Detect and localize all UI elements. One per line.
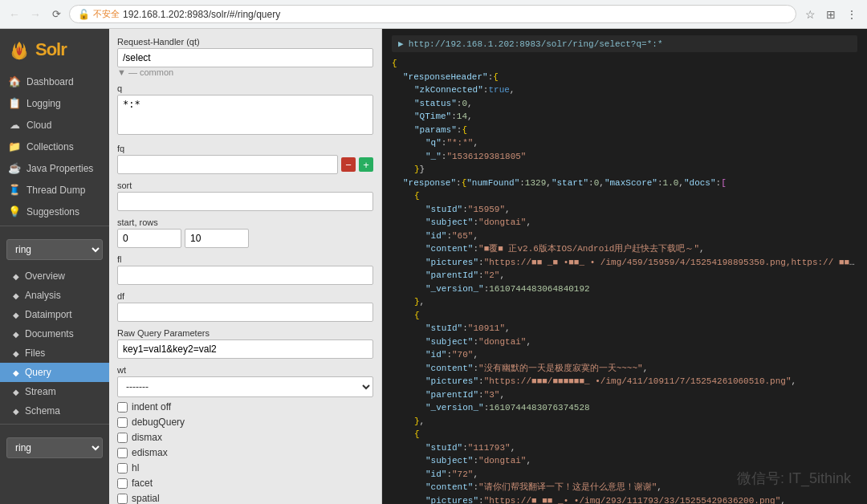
sidebar-item-label: Thread Dump [26,185,85,196]
dashboard-icon: 🏠 [8,75,21,87]
q-input[interactable]: *:* [117,95,373,135]
analysis-core-icon: ◆ [13,291,19,300]
stream-core-icon: ◆ [13,388,19,396]
core-nav-label: Overview [25,270,65,282]
core-nav-label: Analysis [25,290,61,301]
wt-select[interactable]: ------- json xml csv python ruby php [117,376,373,397]
sidebar-item-cloud[interactable]: ☁Cloud [0,114,109,136]
hl-checkbox[interactable] [117,463,128,474]
java-properties-icon: ☕ [8,162,21,174]
url-icon: ▶ [398,39,404,49]
core-nav-item-schema[interactable]: ◆Schema [0,401,109,421]
reload-button[interactable]: ⟳ [48,6,64,22]
fq-remove-btn[interactable]: − [341,157,356,172]
secure-label: 不安全 [93,8,120,20]
sidebar-item-label: Collections [26,141,74,152]
solr-logo-icon [8,39,31,61]
files-core-icon: ◆ [13,349,19,358]
sidebar-item-java-properties[interactable]: ☕Java Properties [0,157,109,179]
facet-label[interactable]: facet [132,478,153,489]
request-handler-input[interactable] [117,48,373,67]
rows-input[interactable] [185,229,249,248]
query-panel: Request-Handler (qt) ▼ — common q *:* fq… [109,29,382,504]
dismax-label[interactable]: dismax [132,432,162,443]
sidebar: Solr 🏠Dashboard📋Logging☁Cloud📁Collection… [0,29,109,504]
sidebar-item-label: Dashboard [26,76,74,87]
fq-input[interactable] [117,155,338,174]
url-bar: ▶ http://192.168.1.202:8983/solr/ring/se… [392,35,857,52]
df-input[interactable] [117,303,373,322]
core-nav-label: Dataimport [25,309,72,320]
core-nav-item-query[interactable]: ◆Query [0,363,109,382]
sidebar-item-collections[interactable]: 📁Collections [0,136,109,157]
spatial-checkbox[interactable] [117,494,128,504]
sidebar-item-label: Suggestions [26,206,79,217]
core-nav-item-stream[interactable]: ◆Stream [0,382,109,401]
collections-icon: 📁 [8,140,21,152]
cloud-icon: ☁ [8,119,21,131]
core-nav-label: Documents [25,328,74,339]
logo-area: Solr [0,29,109,71]
result-url: http://192.168.1.202:8983/solr/ring/sele… [409,39,663,49]
core-nav-item-files[interactable]: ◆Files [0,343,109,363]
browser-chrome: ← → ⟳ 🔓 不安全 192.168.1.202:8983/solr/#/ri… [0,0,867,29]
hl-label[interactable]: hl [132,462,139,474]
indent-off-row: indent off [117,401,373,413]
fl-input[interactable] [117,266,373,285]
sidebar-item-label: Java Properties [26,163,93,174]
spatial-label[interactable]: spatial [132,493,160,504]
start-input[interactable] [117,229,181,248]
fl-label: fl [117,254,373,264]
suggestions-icon: 💡 [8,205,21,217]
back-button[interactable]: ← [6,6,22,22]
sidebar-item-label: Cloud [26,120,51,131]
core-nav-item-dataimport[interactable]: ◆Dataimport [0,305,109,324]
json-output: { "responseHeader":{ "zkConnected":true,… [392,57,857,504]
bookmark-button[interactable]: ☆ [801,6,819,23]
sidebar-item-label: Logging [26,98,61,109]
df-label: df [117,291,373,301]
edismax-label[interactable]: edismax [132,447,168,458]
sidebar-item-thread-dump[interactable]: 🧵Thread Dump [0,179,109,201]
fq-label: fq [117,144,373,153]
sidebar-item-logging[interactable]: 📋Logging [0,92,109,114]
debug-query-row: debugQuery [117,417,373,428]
address-bar[interactable]: 🔓 不安全 192.168.1.202:8983/solr/#/ring/que… [69,5,796,23]
secure-icon: 🔓 [78,9,90,20]
core-nav-item-documents[interactable]: ◆Documents [0,324,109,343]
query-core-icon: ◆ [13,368,19,377]
debug-query-checkbox[interactable] [117,417,128,428]
indent-off-checkbox[interactable] [117,402,128,413]
overview-core-icon: ◆ [13,272,19,281]
raw-params-input[interactable] [117,339,373,359]
sidebar-item-dashboard[interactable]: 🏠Dashboard [0,71,109,92]
core-nav-item-overview[interactable]: ◆Overview [0,266,109,286]
thread-dump-icon: 🧵 [8,184,21,196]
core-selector-wrap[interactable]: ring [0,233,109,266]
forward-button[interactable]: → [27,6,43,22]
sort-input[interactable] [117,192,373,211]
documents-core-icon: ◆ [13,330,19,339]
logging-icon: 📋 [8,97,21,109]
url-text: 192.168.1.202:8983/solr/#/ring/query [123,9,280,20]
results-panel: ▶ http://192.168.1.202:8983/solr/ring/se… [382,29,867,504]
sidebar-item-suggestions[interactable]: 💡Suggestions [0,201,109,222]
request-handler-label: Request-Handler (qt) [117,37,373,47]
core-selector-bottom[interactable]: ring [6,437,103,458]
debug-query-label[interactable]: debugQuery [132,417,185,428]
extensions-button[interactable]: ⊞ [822,6,840,23]
core-selector[interactable]: ring [6,239,103,260]
core-nav-item-analysis[interactable]: ◆Analysis [0,286,109,305]
indent-off-label[interactable]: indent off [132,401,171,413]
facet-checkbox[interactable] [117,478,128,489]
edismax-checkbox[interactable] [117,448,128,458]
core-nav-label: Schema [25,405,60,417]
common-toggle[interactable]: ▼ — common [117,67,373,77]
dismax-checkbox[interactable] [117,433,128,443]
sort-label: sort [117,181,373,190]
menu-button[interactable]: ⋮ [843,6,861,23]
start-rows-label: start, rows [117,217,373,227]
core-nav-label: Query [25,367,51,378]
fq-add-btn[interactable]: + [359,157,373,172]
core-nav-label: Files [25,348,45,359]
